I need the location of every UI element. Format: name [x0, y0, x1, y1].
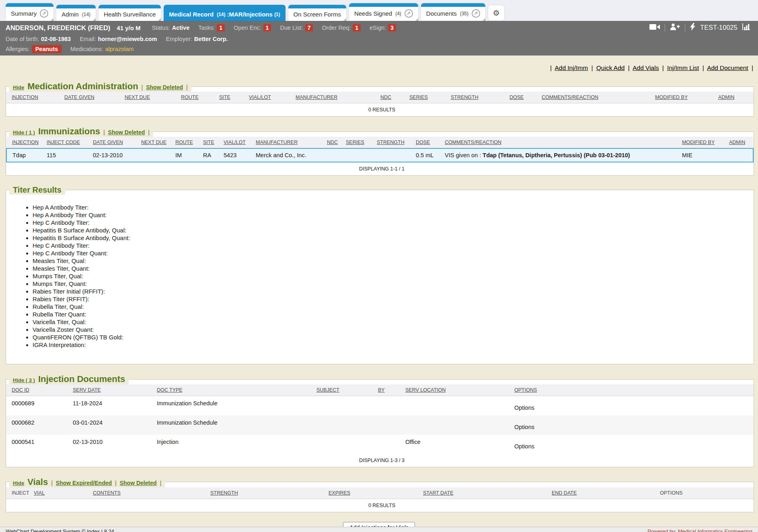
col-doc-id[interactable]: DOC ID	[6, 384, 71, 396]
options-dropdown[interactable]: Options	[513, 415, 754, 435]
col-manufacturer[interactable]: MANUFACTURER	[294, 92, 379, 103]
quick-add-link[interactable]: Quick Add	[596, 64, 625, 71]
col-admin[interactable]: ADMIN	[717, 92, 754, 103]
col-strength[interactable]: STRENGTH	[375, 137, 414, 148]
inj-imm-list-link[interactable]: Inj/Imm List	[667, 64, 699, 71]
col-modified-by[interactable]: MODIFIED BY	[653, 92, 717, 103]
col-series[interactable]: SERIES	[344, 137, 375, 148]
col-inject-code[interactable]: INJECT CODE	[45, 137, 91, 148]
open-enc-badge[interactable]: 1	[263, 24, 271, 31]
col-options[interactable]: OPTIONS	[513, 384, 754, 396]
col-serv-date[interactable]: SERV DATE	[71, 384, 155, 396]
tab-admin[interactable]: Admin (14)	[56, 5, 96, 21]
cell-ndc	[325, 148, 344, 162]
tab-health-surveillance[interactable]: Health Surveillance	[99, 5, 161, 21]
col-strength[interactable]: STRENGTH	[209, 487, 327, 499]
col-dose[interactable]: DOSE	[508, 92, 540, 103]
col-contents[interactable]: CONTENTS	[91, 487, 209, 499]
add-vials-link[interactable]: Add Vials	[633, 64, 659, 71]
col-end-date[interactable]: END DATE	[550, 487, 658, 499]
add-user-icon[interactable]	[670, 23, 680, 32]
titer-item: Varicella Zoster Quant:	[33, 326, 754, 333]
col-comments-reaction[interactable]: COMMENTS/REACTION	[540, 92, 653, 103]
col-route[interactable]: ROUTE	[179, 92, 218, 103]
col-doc-type[interactable]: DOC TYPE	[155, 384, 315, 396]
vials-show-deleted-link[interactable]: Show Deleted	[120, 480, 157, 486]
footer-powered-by: Powered by: Medical Informatics Engineer…	[647, 528, 752, 532]
settings-gear-button[interactable]: ⚙	[488, 5, 504, 21]
col-expires[interactable]: EXPIRES	[327, 487, 421, 499]
col-vial[interactable]: VIAL	[32, 487, 91, 499]
col-vial-lot[interactable]: VIAL/LOT	[222, 137, 254, 148]
tab-accent-strip	[164, 5, 285, 8]
tab-accent-strip	[56, 5, 96, 8]
col-subject[interactable]: SUBJECT	[315, 384, 376, 396]
hide-vials-link[interactable]: Hide	[13, 480, 24, 486]
separator: |	[160, 480, 161, 486]
col-site[interactable]: SITE	[201, 137, 222, 148]
col-admin[interactable]: ADMIN	[727, 137, 753, 148]
col-ndc[interactable]: NDC	[325, 137, 344, 148]
col-start-date[interactable]: START DATE	[421, 487, 550, 499]
titer-item: Rubella Titer Quant:	[33, 310, 754, 318]
col-manufacturer[interactable]: MANUFACTURER	[254, 137, 325, 148]
cell-inject-code: 115	[45, 148, 91, 162]
immunizations-show-deleted-link[interactable]: Show Deleted	[108, 129, 145, 136]
col-series[interactable]: SERIES	[408, 92, 449, 103]
tasks-badge[interactable]: 1	[217, 24, 225, 31]
immunization-row-tdap[interactable]: Tdap 115 02-13-2010 IM RA 5423 Merck and…	[6, 148, 753, 162]
document-row[interactable]: 0000682 03-01-2024 Immunization Schedule…	[6, 415, 754, 435]
col-serv-location[interactable]: SERV LOCATION	[404, 384, 513, 396]
tab-summary[interactable]: Summary ↗	[6, 3, 53, 21]
popout-icon[interactable]: ↗	[405, 9, 413, 18]
titer-item: Measles Titer, Qual:	[33, 257, 754, 265]
immunizations-displaying-text: DISPLAYING 1-1 / 1	[6, 162, 753, 175]
col-strength[interactable]: STRENGTH	[449, 92, 508, 103]
hide-medadmin-link[interactable]: Hide	[13, 84, 24, 90]
tab-medical-record[interactable]: Medical Record (14) :MAR/Injections (1)	[164, 5, 285, 21]
order-req-badge[interactable]: 1	[353, 24, 361, 31]
col-date-given[interactable]: DATE GIVEN	[63, 92, 123, 103]
col-injection[interactable]: INJECTION	[6, 92, 63, 103]
options-dropdown[interactable]: Options	[513, 435, 754, 454]
titer-item: Rabies Titer Initial (RFFIT):	[33, 288, 754, 295]
document-row[interactable]: 0000689 11-18-2024 Immunization Schedule…	[6, 396, 754, 415]
allergies-label: Allergies:	[6, 46, 30, 52]
popout-icon[interactable]: ↗	[40, 9, 48, 18]
col-next-due[interactable]: NEXT DUE	[123, 92, 179, 103]
col-date-given[interactable]: DATE GIVEN	[91, 137, 140, 148]
tab-medical-record-count: (14)	[217, 12, 225, 17]
allergy-badge[interactable]: Peanuts	[32, 45, 62, 53]
add-inj-imm-link[interactable]: Add Inj/Imm	[555, 64, 588, 71]
col-route[interactable]: ROUTE	[174, 137, 201, 148]
tab-needs-signed[interactable]: Needs Signed (4) ↗	[349, 3, 418, 21]
tasks-label: Tasks:	[198, 25, 215, 31]
email-value: horner@mieweb.com	[98, 36, 157, 42]
col-injection[interactable]: INJECTION	[6, 137, 45, 148]
options-dropdown[interactable]: Options	[513, 396, 754, 415]
vials-show-expired-link[interactable]: Show Expired/Ended	[56, 480, 112, 486]
col-comments-reaction[interactable]: COMMENTS/REACTION	[443, 137, 680, 148]
esign-badge[interactable]: 3	[388, 24, 396, 31]
medadmin-show-deleted-link[interactable]: Show Deleted	[146, 84, 183, 90]
lightning-icon[interactable]	[690, 23, 695, 32]
hide-immunizations-link[interactable]: Hide ( 1 )	[13, 129, 35, 136]
medication-value[interactable]: alprazolam	[105, 46, 134, 52]
due-list-badge[interactable]: 7	[305, 24, 313, 31]
flowsheet-chart-icon[interactable]	[742, 23, 751, 32]
col-dose[interactable]: DOSE	[414, 137, 443, 148]
col-ndc[interactable]: NDC	[379, 92, 408, 103]
add-document-link[interactable]: Add Document	[707, 64, 748, 71]
popout-icon[interactable]: ↗	[472, 9, 480, 18]
col-vial-lot[interactable]: VIAL/LOT	[247, 92, 294, 103]
hide-injection-documents-link[interactable]: Hide ( 3 )	[13, 377, 35, 383]
document-row[interactable]: 0000541 02-13-2010 Injection Office Opti…	[6, 435, 754, 454]
col-by[interactable]: BY	[376, 384, 404, 396]
cell-subject	[315, 435, 376, 454]
tab-documents[interactable]: Documents (35) ↗	[421, 3, 485, 21]
col-site[interactable]: SITE	[218, 92, 247, 103]
col-next-due[interactable]: NEXT DUE	[140, 137, 174, 148]
col-modified-by[interactable]: MODIFIED BY	[680, 137, 727, 148]
tab-on-screen-forms[interactable]: On Screen Forms	[288, 5, 346, 21]
video-camera-icon[interactable]	[649, 24, 660, 32]
